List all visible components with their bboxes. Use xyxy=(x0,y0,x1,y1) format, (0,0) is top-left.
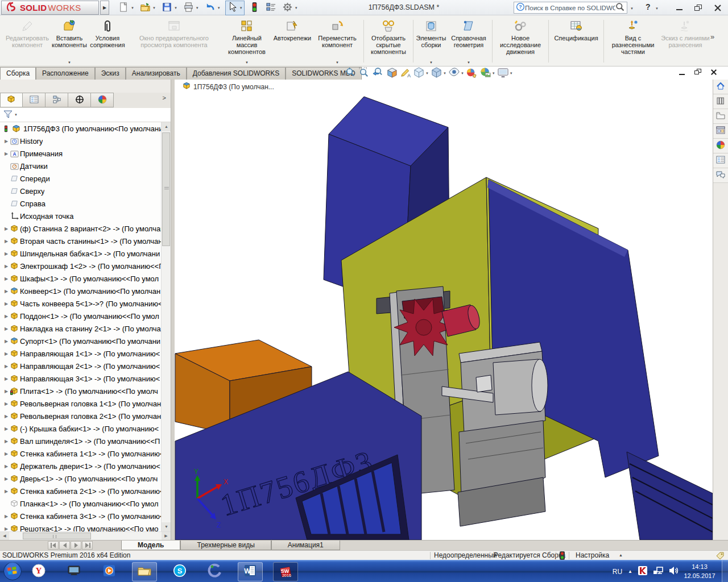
help-dropdown-caret[interactable]: ▼ xyxy=(655,7,659,10)
dropdown-caret-icon[interactable]: ▼ xyxy=(196,6,199,10)
taskpane-home-button[interactable] xyxy=(713,80,728,94)
dropdown-caret-icon[interactable]: ▼ xyxy=(68,61,71,64)
tree-item[interactable]: ▶Дверь<1> -> (По умолчанию<<По умолч xyxy=(0,472,161,485)
traffic-button[interactable] xyxy=(248,1,261,15)
zoom-area-button[interactable] xyxy=(358,66,370,80)
search-dropdown-caret[interactable]: ▼ xyxy=(630,7,634,10)
tree-item[interactable]: ▶Держатель двери<1> -> (По умолчанию< xyxy=(0,460,161,472)
restore-button[interactable] xyxy=(693,5,705,11)
doc-restore-button[interactable] xyxy=(693,68,704,77)
cursor-button[interactable]: ▼ xyxy=(225,1,245,15)
panel-tab-display[interactable] xyxy=(91,93,114,107)
tree-filter-row[interactable]: ▼ xyxy=(0,108,171,122)
show-desktop-button[interactable] xyxy=(722,560,728,582)
zoom-fit-button[interactable] xyxy=(345,66,357,80)
previous-view-button[interactable] xyxy=(372,66,384,80)
tree-item[interactable]: ▶Стенка кабинета 1<1> -> (По умолчанию< xyxy=(0,447,161,460)
dropdown-caret-icon[interactable]: ▼ xyxy=(492,72,495,75)
expand-arrow-icon[interactable]: ▶ xyxy=(2,264,10,269)
expand-arrow-icon[interactable]: ▶ xyxy=(2,489,10,494)
tree-item[interactable]: ▶Плита<1> -> (По умолчанию<<По умолч xyxy=(0,385,161,397)
tree-item[interactable]: ▶Стенка кабинета 2<1> -> (По умолчанию< xyxy=(0,485,161,497)
gear-button[interactable]: ▼ xyxy=(281,1,299,15)
expand-arrow-icon[interactable]: ▶ xyxy=(2,414,10,419)
dropdown-caret-icon[interactable]: ▼ xyxy=(295,6,298,10)
expand-arrow-icon[interactable]: ▶ xyxy=(2,389,10,394)
motion-study-button[interactable]: Новое исследование движения xyxy=(494,16,547,66)
tree-item[interactable]: ▶Накладка на станину 2<1> -> (По умолчан xyxy=(0,322,161,335)
kaspersky-icon[interactable] xyxy=(638,566,647,577)
expand-arrow-icon[interactable]: ▶ xyxy=(2,526,10,531)
tree-item[interactable]: ▶(ф) Станина 2 вариант<2> -> (По умолчан xyxy=(0,222,161,235)
tree-item[interactable]: ▶Вторая часть станины<1> -> (По умолчан xyxy=(0,235,161,247)
help-search-box[interactable]: ? Поиск в Справке по SOLIDWORKS xyxy=(514,2,627,14)
expand-arrow-icon[interactable]: ▶ xyxy=(2,464,10,469)
panel-tab-features[interactable] xyxy=(0,93,23,107)
tree-item[interactable]: Датчики xyxy=(0,160,161,172)
taskbar-clock[interactable]: 14:13 12.05.2017 xyxy=(680,562,719,580)
doc-new-button[interactable]: ▼ xyxy=(117,1,135,15)
listopts-button[interactable] xyxy=(264,1,278,15)
view-settings-button[interactable]: ▼ xyxy=(497,66,513,80)
reference-geometry-button[interactable]: Справочная геометрия▼ xyxy=(447,16,490,66)
dropdown-caret-icon[interactable]: ▼ xyxy=(510,72,513,75)
expand-arrow-icon[interactable]: ▶ xyxy=(2,476,10,481)
scroll-left-button[interactable]: ◀ xyxy=(0,532,9,540)
section-view-button[interactable] xyxy=(386,66,398,80)
taskbar-media-player-button[interactable] xyxy=(97,562,122,581)
scroll-right-button[interactable]: ▶ xyxy=(162,532,171,540)
assembly-features-button[interactable]: Элементы сборки▼ xyxy=(415,16,447,66)
show-hidden-button[interactable]: Отобразить скрытые компоненты xyxy=(366,16,411,66)
taskpane-appearances-button[interactable] xyxy=(713,139,728,153)
tree-item[interactable]: ▶History xyxy=(0,135,161,147)
expand-arrow-icon[interactable]: ▶ xyxy=(2,139,10,144)
expand-arrow-icon[interactable]: ▶ xyxy=(2,301,10,306)
taskbar-solidworks-button[interactable]: SW2016 xyxy=(273,562,298,581)
undo-button[interactable]: ▼ xyxy=(204,1,222,15)
tree-item[interactable]: Справа xyxy=(0,197,161,210)
expand-arrow-icon[interactable]: ▶ xyxy=(2,451,10,456)
horizontal-scroll-thumb[interactable] xyxy=(23,533,91,539)
dropdown-caret-icon[interactable]: ▼ xyxy=(443,72,446,75)
taskpane-forum-button[interactable] xyxy=(713,168,728,183)
tree-horizontal-scrollbar[interactable]: ◀ ▶ xyxy=(0,531,171,540)
first-tab-button[interactable] xyxy=(48,541,59,550)
tree-vertical-scrollbar[interactable]: ▲ ▼ xyxy=(161,122,171,531)
document-tab[interactable]: 1П756ДФ3 (По умолчан... xyxy=(183,82,274,92)
language-indicator[interactable]: RU xyxy=(613,568,622,576)
configuration-caret-icon[interactable]: ▲ xyxy=(619,553,623,557)
expand-arrow-icon[interactable]: ▶ xyxy=(2,289,10,294)
smart-fasteners-button[interactable]: Автокрепежи xyxy=(272,16,313,66)
dropdown-caret-icon[interactable]: ▼ xyxy=(239,6,243,10)
tree-item[interactable]: ▶Стенка кабинета 3<1> -> (По умолчанию< xyxy=(0,510,161,522)
expand-arrow-icon[interactable]: ▶ xyxy=(2,251,10,256)
dropdown-caret-icon[interactable]: ▼ xyxy=(152,6,156,10)
close-button[interactable] xyxy=(712,5,725,11)
taskbar-explorer-button[interactable] xyxy=(132,562,157,581)
tree-item[interactable]: ▶Решотка<1> -> (По умолчанию<<По умо xyxy=(0,522,161,531)
expand-arrow-icon[interactable]: ▶ xyxy=(2,376,10,381)
linear-pattern-button[interactable]: Линейный массив компонентов▼ xyxy=(222,16,272,66)
panel-splitter[interactable] xyxy=(171,80,175,540)
tree-item[interactable]: ▶Шпиндельная бабка<1> -> (По умолчани xyxy=(0,247,161,260)
menu-expand-arrow[interactable]: ▶ xyxy=(100,1,109,15)
tree-item[interactable]: ▶Супорт<1> (По умолчанию<По умолчани xyxy=(0,335,161,347)
save-button[interactable]: ▼ xyxy=(160,1,179,15)
insert-components-button[interactable]: Вставить компоненты▼ xyxy=(50,16,89,66)
tree-item[interactable]: Исходная точка xyxy=(0,210,161,222)
expand-arrow-icon[interactable]: ▶ xyxy=(2,339,10,344)
vertical-scroll-thumb[interactable] xyxy=(162,132,170,246)
scroll-up-button[interactable]: ▲ xyxy=(162,122,171,131)
taskpane-custom-properties-button[interactable] xyxy=(713,153,728,168)
tree-item[interactable]: ▶Шкафы<1> -> (По умолчанию<<По умол xyxy=(0,272,161,285)
tray-expand-icon[interactable]: ▲ xyxy=(628,569,632,574)
dropdown-caret-icon[interactable]: ▼ xyxy=(245,61,249,64)
network-icon[interactable] xyxy=(653,566,663,577)
taskbar-display-button[interactable] xyxy=(61,562,86,581)
dropdown-caret-icon[interactable]: ▼ xyxy=(336,61,339,64)
taskpane-design-library-button[interactable] xyxy=(713,94,728,109)
prev-tab-button[interactable] xyxy=(59,541,70,550)
expand-arrow-icon[interactable]: ▶ xyxy=(2,439,10,444)
expand-arrow-icon[interactable]: ▶ xyxy=(2,351,10,356)
dropdown-caret-icon[interactable]: ▼ xyxy=(429,61,433,64)
